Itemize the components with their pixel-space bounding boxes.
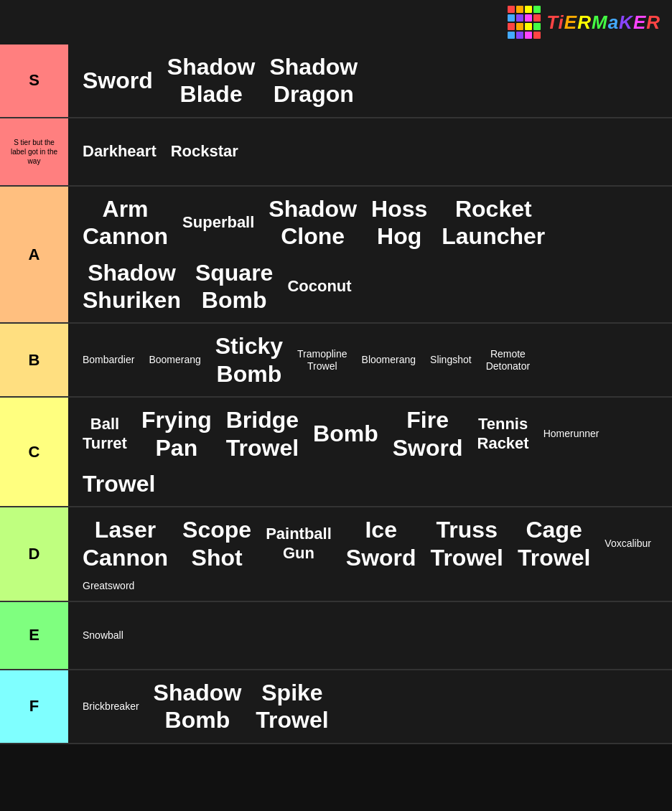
tier-item: IceSword <box>340 513 422 574</box>
tier-item: TramoplineTrowel <box>291 345 353 375</box>
logo-dot <box>508 6 515 13</box>
tier-content-s-note: Darkheart Rockstar <box>68 118 672 185</box>
tier-label-f: F <box>0 670 68 743</box>
tier-row-s: S Sword ShadowBlade ShadowDragon <box>0 44 672 118</box>
tier-item: FryingPan <box>136 403 218 464</box>
tier-item: SpikeTrowel <box>250 676 334 737</box>
tier-item: Bomb <box>307 417 384 450</box>
tier-item: ShadowBlade <box>162 50 261 111</box>
tiermaker-logo: TiERMaKER <box>508 6 661 39</box>
tier-item: CageTrowel <box>512 513 596 574</box>
tier-row-c: C BallTurret FryingPan BridgeTrowel Bomb… <box>0 398 672 507</box>
tier-item: Brickbreaker <box>77 698 145 716</box>
tier-item: HossHog <box>365 192 433 253</box>
tier-item: Slingshot <box>424 351 477 369</box>
tier-item: TennisRacket <box>472 412 535 456</box>
logo-dot <box>533 14 541 22</box>
tier-item: RemoteDetonator <box>480 345 536 375</box>
logo-dot <box>533 32 541 39</box>
tier-row-f: F Brickbreaker ShadowBomb SpikeTrowel <box>0 670 672 744</box>
tier-item: Greatsword <box>77 577 140 595</box>
logo-dot <box>516 32 523 39</box>
tier-item: Homerunner <box>538 425 605 443</box>
tier-label-s: S <box>0 44 68 117</box>
tier-label-c: C <box>0 398 68 506</box>
tier-item: ScopeShot <box>177 513 257 574</box>
tier-item: Trowel <box>77 467 161 500</box>
tier-item: RocketLauncher <box>436 192 551 253</box>
tier-item: BallTurret <box>77 412 133 456</box>
tier-content-c: BallTurret FryingPan BridgeTrowel Bomb F… <box>68 398 672 506</box>
tier-content-f: Brickbreaker ShadowBomb SpikeTrowel <box>68 670 672 743</box>
logo-dot <box>533 6 541 13</box>
tier-row-d: D LaserCannon ScopeShot PaintballGun Ice… <box>0 507 672 602</box>
tier-content-b: Bombardier Boomerang StickyBomb Tramopli… <box>68 324 672 396</box>
tier-item: SquareBomb <box>190 256 279 317</box>
tier-item: BridgeTrowel <box>220 403 304 464</box>
tier-item: Coconut <box>281 274 357 299</box>
tier-item: Superball <box>177 210 260 235</box>
tier-item: ShadowClone <box>263 192 363 253</box>
logo-dot <box>508 32 515 39</box>
logo-dot <box>516 6 523 13</box>
tier-item: ArmCannon <box>77 192 174 253</box>
tier-content-a: ArmCannon Superball ShadowClone HossHog … <box>68 187 672 323</box>
tier-content-d: LaserCannon ScopeShot PaintballGun IceSw… <box>68 507 672 601</box>
tier-row-b: B Bombardier Boomerang StickyBomb Tramop… <box>0 324 672 398</box>
logo-dot <box>525 23 532 30</box>
tier-item: Sword <box>77 64 159 97</box>
logo-text: TiERMaKER <box>546 11 661 34</box>
tier-item: PaintballGun <box>260 522 337 566</box>
tier-item: FireSword <box>387 403 469 464</box>
tier-item: TrussTrowel <box>425 513 509 574</box>
tier-item: Bombardier <box>77 351 140 369</box>
logo-grid <box>508 6 541 39</box>
tier-item: ShadowDragon <box>263 50 363 111</box>
logo-dot <box>508 14 515 22</box>
logo-dot <box>508 23 515 30</box>
tier-item: Snowball <box>77 627 129 644</box>
tier-item: Voxcalibur <box>599 535 657 553</box>
tier-item: StickyBomb <box>210 329 289 390</box>
tier-row-a: A ArmCannon Superball ShadowClone HossHo… <box>0 187 672 324</box>
logo-dot <box>525 6 532 13</box>
logo-dot <box>533 23 541 30</box>
tier-item: Boomerang <box>143 351 206 369</box>
tier-item: LaserCannon <box>77 513 174 574</box>
tier-item: Rockstar <box>165 139 244 164</box>
tier-label-d: D <box>0 507 68 601</box>
app-container: TiERMaKER S Sword ShadowBlade ShadowDrag… <box>0 0 672 744</box>
tier-row-e: E Snowball <box>0 602 672 670</box>
tier-label-b: B <box>0 324 68 396</box>
logo-dot <box>516 14 523 22</box>
tier-label-s-note: S tier but the label got in the way <box>0 118 68 185</box>
tier-content-e: Snowball <box>68 602 672 669</box>
logo-dot <box>525 32 532 39</box>
tier-label-a: A <box>0 187 68 323</box>
tier-content-s: Sword ShadowBlade ShadowDragon <box>68 44 672 117</box>
tier-label-e: E <box>0 602 68 669</box>
tier-item: ShadowBomb <box>148 676 248 737</box>
tier-item: Bloomerang <box>356 351 422 369</box>
tier-item: Darkheart <box>77 139 162 164</box>
logo-dot <box>516 23 523 30</box>
tier-row-s-note: S tier but the label got in the way Dark… <box>0 118 672 187</box>
tier-item: ShadowShuriken <box>77 256 187 317</box>
header: TiERMaKER <box>0 0 672 44</box>
logo-dot <box>525 14 532 22</box>
